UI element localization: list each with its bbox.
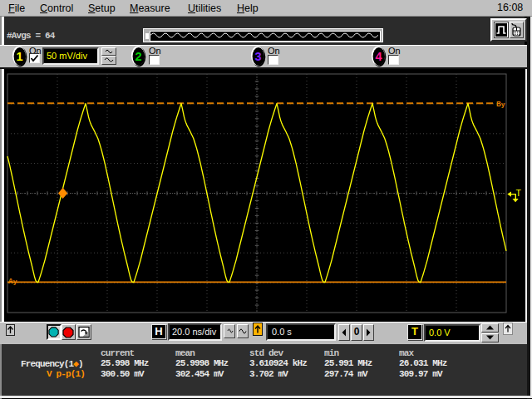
svg-text:T: T — [516, 188, 522, 198]
svg-text:2: 2 — [135, 50, 141, 63]
svg-text:3: 3 — [254, 50, 261, 63]
svg-text:Ay: Ay — [8, 277, 17, 286]
svg-text:1: 1 — [16, 50, 22, 63]
svg-text:4: 4 — [375, 50, 382, 63]
svg-text:By: By — [496, 100, 505, 109]
